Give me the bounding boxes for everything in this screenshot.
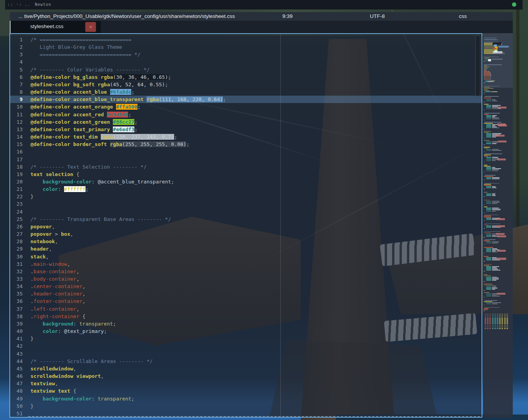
code-text: @define-color text_primary #e6edf3; (28, 126, 137, 133)
code-line[interactable]: 41} (10, 335, 482, 342)
code-text: } (28, 193, 34, 200)
code-line[interactable]: 12@define-color accent_green #88cc27; (10, 118, 482, 126)
code-line[interactable]: 3 ============================== */ (10, 51, 482, 58)
code-line[interactable]: 1/* ============================== (10, 36, 482, 43)
code-line[interactable]: 31.main-window, (10, 260, 482, 268)
status-bar: ... tive/Python_Projects/000_Usable/gtk/… (10, 12, 513, 21)
code-line[interactable]: 8@define-color accent_blue #6fa8dc; (10, 88, 482, 96)
code-text: ============================== */ (28, 51, 141, 58)
code-line[interactable]: 2 Light Blue-Grey Glass Theme (10, 43, 482, 51)
code-text: background: transparent; (28, 320, 116, 327)
code-line[interactable]: 17 (10, 156, 482, 163)
line-number: 14 (10, 133, 28, 141)
code-line[interactable]: 16 (10, 148, 482, 155)
code-line[interactable]: 37.left-container, (10, 305, 482, 313)
code-line[interactable]: 49 background-color: transparent; (10, 395, 482, 402)
code-text: stack, (28, 253, 49, 260)
code-line[interactable]: 24 (10, 208, 482, 215)
code-text: background-color: transparent; (28, 395, 134, 402)
code-area[interactable]: 1/* ==============================2 Ligh… (10, 36, 482, 418)
code-line[interactable]: 40 color: @text_primary; (10, 327, 482, 335)
line-number: 11 (10, 111, 28, 118)
code-line[interactable]: 6@define-color bg_glass rgba(30, 36, 46,… (10, 73, 482, 81)
line-number: 39 (10, 320, 28, 327)
code-line[interactable]: 22} (10, 193, 482, 200)
code-line[interactable]: 9@define-color accent_blue_transparent r… (10, 96, 482, 103)
code-editor[interactable]: 1/* ==============================2 Ligh… (9, 33, 482, 418)
code-line[interactable]: 44/* -------- Scrollable Areas -------- … (10, 358, 482, 365)
code-text: /* ============================== (28, 36, 131, 43)
code-line[interactable]: 39 background: transparent; (10, 320, 482, 327)
code-text: background-color: @accent_blue_transpare… (28, 178, 174, 185)
code-line[interactable]: 46scrolledwindow viewport, (10, 372, 482, 380)
code-line[interactable]: 50} (10, 402, 482, 410)
code-line[interactable]: 35.header-container, (10, 290, 482, 297)
code-line[interactable]: 15@define-color border_soft rgba(255, 25… (10, 141, 482, 148)
line-number: 26 (10, 223, 28, 230)
line-number: 40 (10, 327, 28, 335)
code-line[interactable]: 26popover, (10, 223, 482, 230)
code-line[interactable]: 36.footer-container, (10, 297, 482, 305)
code-line[interactable]: 13@define-color text_primary #e6edf3; (10, 126, 482, 133)
code-text: .header-container, (28, 290, 86, 297)
code-line[interactable]: 33.body-container, (10, 275, 482, 283)
screen: :: ·: .. Newton ... tive/Python_Projects… (0, 0, 528, 420)
code-text: .left-container, (28, 305, 79, 313)
code-line[interactable]: 30stack, (10, 253, 482, 260)
minimap-content (483, 37, 513, 329)
line-number: 3 (10, 51, 28, 58)
code-line[interactable]: 43 (10, 350, 482, 358)
encoding-indicator: UTF-8 (370, 13, 385, 19)
code-line[interactable]: 5/* -------- Color Variables -------- */ (10, 66, 482, 73)
code-line[interactable]: 52 (10, 417, 482, 418)
code-line[interactable]: 25/* -------- Transparent Base Areas ---… (10, 215, 482, 223)
code-line[interactable]: 38.right-container { (10, 313, 482, 320)
line-number: 51 (10, 410, 28, 417)
code-line[interactable]: 42 (10, 342, 482, 350)
code-line[interactable]: 10@define-color accent_orange #ffa500; (10, 103, 482, 110)
code-text: /* -------- Transparent Base Areas -----… (28, 215, 171, 223)
tab-stylesheet-css[interactable]: stylesheet.css × (11, 21, 101, 33)
line-number: 19 (10, 171, 28, 178)
line-number: 12 (10, 118, 28, 126)
code-line[interactable]: 20 background-color: @accent_blue_transp… (10, 178, 482, 185)
code-line[interactable]: 14@define-color text_dim rgba(230, 237, … (10, 133, 482, 141)
tab-bar: stylesheet.css × (10, 21, 513, 33)
code-text (28, 417, 30, 418)
code-line[interactable]: 19text selection { (10, 171, 482, 178)
file-path: ... tive/Python_Projects/000_Usable/gtk/… (18, 13, 235, 19)
line-number: 34 (10, 283, 28, 290)
code-text: .base-container, (28, 268, 79, 275)
code-line[interactable]: 11@define-color accent_red #c84646; (10, 111, 482, 118)
line-number: 21 (10, 185, 28, 193)
editor-scrollbar[interactable] (475, 34, 481, 417)
code-line[interactable]: 48textview text { (10, 387, 482, 395)
code-text: @define-color accent_red #c84646; (28, 111, 131, 118)
code-line[interactable]: 34.center-container, (10, 283, 482, 290)
code-line[interactable]: 32.base-container, (10, 268, 482, 275)
code-text (28, 200, 30, 208)
code-line[interactable]: 47textview, (10, 380, 482, 387)
line-number: 6 (10, 73, 28, 81)
code-line[interactable]: 18/* -------- Text Selection -------- */ (10, 163, 482, 171)
code-text: header, (28, 245, 52, 253)
code-line[interactable]: 28notebook, (10, 238, 482, 245)
code-line[interactable]: 4 (10, 58, 482, 66)
code-line[interactable]: 29header, (10, 245, 482, 253)
scrollbar-thumb[interactable] (475, 35, 480, 96)
window-titlebar[interactable]: :: ·: .. Newton (5, 0, 523, 9)
code-line[interactable]: 23 (10, 200, 482, 208)
tab-close-button[interactable]: × (85, 22, 96, 32)
code-line[interactable]: 27popover > box, (10, 230, 482, 238)
code-text: color: @text_primary; (28, 327, 107, 335)
line-number: 5 (10, 66, 28, 73)
code-text: /* -------- Text Selection -------- */ (28, 163, 146, 171)
wallpaper-foliage-right (513, 0, 528, 258)
code-line[interactable]: 7@define-color bg_soft rgba(45, 52, 64, … (10, 81, 482, 88)
line-number: 23 (10, 200, 28, 208)
minimap[interactable] (483, 33, 513, 418)
line-number: 22 (10, 193, 28, 200)
code-line[interactable]: 21 color: #ffffff; (10, 185, 482, 193)
line-number: 43 (10, 350, 28, 358)
code-line[interactable]: 45scrolledwindow, (10, 365, 482, 372)
